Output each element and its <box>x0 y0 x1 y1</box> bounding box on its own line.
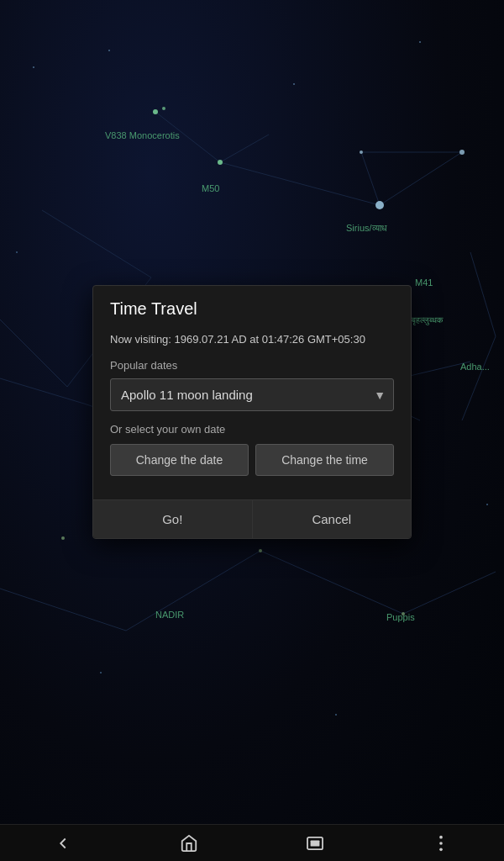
svg-rect-38 <box>311 840 320 846</box>
go-button[interactable]: Go! <box>93 500 253 538</box>
dialog-overlay: Time Travel Now visiting: 1969.07.21 AD … <box>0 0 504 824</box>
navigation-bar <box>0 824 504 861</box>
dialog-body: Now visiting: 1969.07.21 AD at 01:47:26 … <box>93 325 411 499</box>
date-time-button-row: Change the date Change the time <box>110 444 394 476</box>
cancel-button[interactable]: Cancel <box>253 500 412 538</box>
change-time-button[interactable]: Change the time <box>255 444 394 476</box>
svg-point-41 <box>439 848 443 851</box>
menu-button[interactable] <box>420 828 462 858</box>
home-button[interactable] <box>168 828 210 858</box>
recents-button[interactable] <box>294 828 336 858</box>
popular-dates-select[interactable]: Apollo 11 moon landing Today Moon landin… <box>110 378 394 411</box>
time-travel-dialog: Time Travel Now visiting: 1969.07.21 AD … <box>92 285 412 539</box>
back-button[interactable] <box>42 828 84 858</box>
now-visiting-text: Now visiting: 1969.07.21 AD at 01:47:26 … <box>110 332 394 347</box>
svg-point-39 <box>439 835 443 838</box>
dialog-title: Time Travel <box>93 286 411 325</box>
popular-dates-dropdown-container: Apollo 11 moon landing Today Moon landin… <box>110 378 394 411</box>
or-select-label: Or select your own date <box>110 423 394 436</box>
change-date-button[interactable]: Change the date <box>110 444 249 476</box>
dialog-footer: Go! Cancel <box>93 499 411 538</box>
popular-dates-label: Popular dates <box>110 359 394 372</box>
svg-point-40 <box>439 842 443 845</box>
